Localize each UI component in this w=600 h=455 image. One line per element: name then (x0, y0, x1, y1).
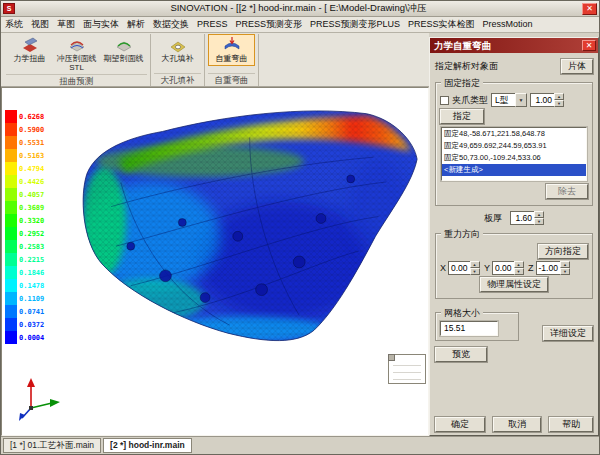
tab-process-surface[interactable]: [1 *] 01.工艺补面.main (3, 438, 101, 453)
window-close-icon[interactable]: ✕ (582, 3, 597, 15)
spin-down-icon[interactable]: ▼ (554, 100, 564, 107)
mech-distort-icon (21, 36, 39, 54)
legend-row: 0.5531 (5, 136, 44, 149)
title-bar: S SINOVATION - [[2 *] hood-inr.main - [ … (1, 1, 599, 17)
toolbar-button-label: 力学扭曲 (14, 55, 46, 64)
thickness-stepper[interactable]: 1.60 ▲ ▼ (510, 211, 544, 225)
mesh-size-group: 网格大小 15.51 (435, 312, 519, 341)
stamp-section-button[interactable]: 冲压剖面线STL (53, 34, 100, 74)
legend-row: 0.0004 (5, 331, 44, 344)
legend-value: 0.1109 (19, 295, 44, 303)
axis-triad-icon (16, 375, 62, 423)
legend-value: 0.5900 (19, 126, 44, 134)
app-logo-icon: S (3, 3, 15, 14)
dropdown-arrow-icon[interactable]: ▼ (515, 93, 527, 107)
spin-down-icon[interactable]: ▼ (534, 218, 544, 225)
model-viewport[interactable]: 0.62680.59000.55310.51630.47940.44260.40… (1, 87, 429, 436)
detail-settings-button[interactable]: 详细设定 (543, 326, 593, 341)
clamp-type-select[interactable]: L型 ▼ (491, 93, 527, 107)
menu-data-exchange[interactable]: 数据交换 (149, 17, 193, 32)
menu-press[interactable]: PRESS (193, 17, 232, 32)
menu-analysis[interactable]: 解析 (123, 17, 149, 32)
desired-section-button[interactable]: 期望剖面线 (100, 34, 147, 66)
sheet-body-button[interactable]: 片体 (561, 59, 593, 74)
color-legend: 0.62680.59000.55310.51630.47940.44260.40… (5, 110, 44, 344)
mini-widget-grip (388, 354, 395, 361)
legend-swatch-icon (5, 214, 17, 227)
legend-swatch-icon (5, 175, 17, 188)
hood-model (2, 88, 428, 435)
legend-value: 0.1478 (19, 282, 44, 290)
legend-value: 0.5163 (19, 152, 44, 160)
legend-value: 0.3320 (19, 217, 44, 225)
clamp-type-label: 夹爪类型 (452, 94, 488, 107)
menu-system[interactable]: 系统 (1, 17, 27, 32)
legend-swatch-icon (5, 123, 17, 136)
clamp-value-stepper[interactable]: 1.00 ▲ ▼ (530, 93, 564, 107)
mesh-size-input[interactable]: 15.51 (440, 321, 498, 336)
legend-row: 0.3689 (5, 201, 44, 214)
menu-pressmotion[interactable]: PressMotion (479, 17, 537, 32)
remove-button[interactable]: 除去 (546, 184, 588, 199)
fixation-list[interactable]: 固定48,-58.671,221.58,648.78固定49,659.692,2… (441, 127, 587, 181)
legend-value: 0.2952 (19, 230, 44, 238)
legend-row: 0.1109 (5, 292, 44, 305)
gravity-group-caption: 重力方向 (441, 228, 483, 241)
legend-value: 0.5531 (19, 139, 44, 147)
y-label: Y (484, 263, 490, 273)
legend-value: 0.1846 (19, 269, 44, 277)
gravity-x-stepper[interactable]: 0.00 ▲▼ (448, 261, 482, 275)
fixation-list-item[interactable]: 固定48,-58.671,221.58,648.78 (442, 128, 586, 140)
ok-button[interactable]: 确定 (435, 417, 485, 432)
fixation-list-item[interactable]: 固定49,659.692,244.59,653.91 (442, 140, 586, 152)
menu-sketch[interactable]: 草图 (53, 17, 79, 32)
hole-fill-icon (169, 36, 187, 54)
legend-swatch-icon (5, 279, 17, 292)
selfweight-bend-button[interactable]: 自重弯曲 (208, 34, 255, 66)
menu-press-deform-plus[interactable]: PRESS预测变形PLUS (306, 17, 404, 32)
spin-up-icon[interactable]: ▲ (534, 211, 544, 218)
legend-row: 0.4057 (5, 188, 44, 201)
assign-button[interactable]: 指定 (440, 109, 484, 124)
physical-properties-button[interactable]: 物理属性设定 (480, 277, 548, 292)
selfweight-bend-icon (223, 36, 241, 54)
direction-assign-button[interactable]: 方向指定 (538, 244, 588, 259)
toolbar-button-label: 期望剖面线 (104, 55, 144, 64)
mech-distort-button[interactable]: 力学扭曲 (6, 34, 53, 66)
dialog-close-icon[interactable]: ✕ (582, 40, 596, 51)
legend-swatch-icon (5, 162, 17, 175)
legend-swatch-icon (5, 318, 17, 331)
toolbar-group-distortion: 力学扭曲 冲压剖面线STL (3, 34, 151, 86)
fixation-group-caption: 固定指定 (441, 77, 483, 90)
menu-view[interactable]: 视图 (27, 17, 53, 32)
menu-bar: 系统 视图 草图 面与实体 解析 数据交换 PRESS PRESS预测变形 PR… (1, 17, 599, 33)
legend-value: 0.2583 (19, 243, 44, 251)
preview-button[interactable]: 预览 (435, 347, 487, 362)
menu-press-solid-check[interactable]: PRESS实体检图 (404, 17, 479, 32)
legend-swatch-icon (5, 110, 17, 123)
app-window: S SINOVATION - [[2 *] hood-inr.main - [ … (0, 0, 600, 455)
legend-value: 0.0741 (19, 308, 44, 316)
menu-press-deform[interactable]: PRESS预测变形 (232, 17, 307, 32)
toolbar-button-label: 冲压剖面线STL (55, 55, 98, 72)
mesh-size-caption: 网格大小 (441, 307, 483, 320)
fixation-list-item[interactable]: <新建生成> (442, 164, 586, 176)
gravity-z-stepper[interactable]: -1.00 ▲▼ (536, 261, 573, 275)
legend-row: 0.5900 (5, 123, 44, 136)
legend-row: 0.1846 (5, 266, 44, 279)
help-button[interactable]: 帮助 (549, 417, 593, 432)
legend-row: 0.4426 (5, 175, 44, 188)
tab-hood-inr[interactable]: [2 *] hood-inr.main (103, 438, 192, 453)
fixation-list-item[interactable]: 固定50,73.00,-109.24,533.06 (442, 152, 586, 164)
legend-swatch-icon (5, 266, 17, 279)
gravity-y-stepper[interactable]: 0.00 ▲▼ (492, 261, 526, 275)
legend-value: 0.4057 (19, 191, 44, 199)
cancel-button[interactable]: 取消 (493, 417, 541, 432)
legend-value: 0.6268 (19, 113, 44, 121)
menu-surface-solid[interactable]: 面与实体 (79, 17, 123, 32)
toolbar-group-hole-fill: 大孔填补 大孔填补 (151, 34, 205, 86)
hole-fill-button[interactable]: 大孔填补 (154, 34, 201, 66)
spin-up-icon[interactable]: ▲ (554, 93, 564, 100)
legend-swatch-icon (5, 292, 17, 305)
clamp-type-checkbox[interactable] (440, 96, 449, 105)
